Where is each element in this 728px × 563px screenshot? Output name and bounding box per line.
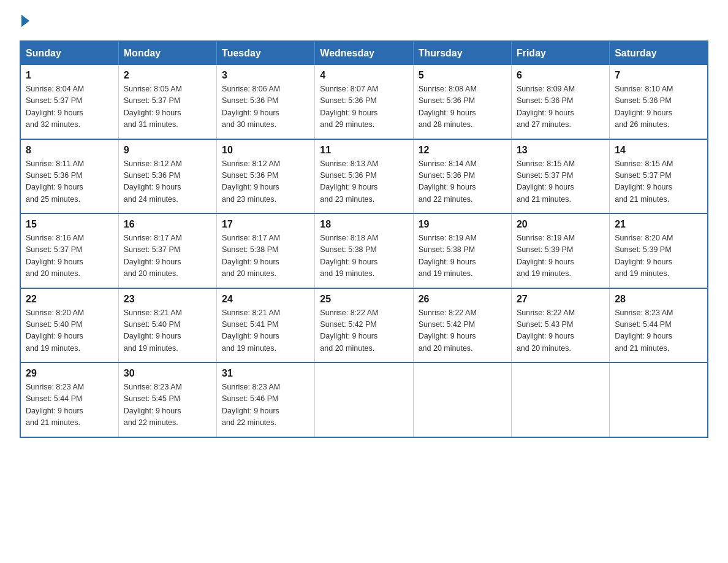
- calendar-cell: 21 Sunrise: 8:20 AMSunset: 5:39 PMDaylig…: [610, 213, 708, 288]
- day-info: Sunrise: 8:21 AMSunset: 5:41 PMDaylight:…: [222, 308, 280, 353]
- calendar-cell: 29 Sunrise: 8:23 AMSunset: 5:44 PMDaylig…: [20, 362, 118, 437]
- day-number: 4: [320, 70, 408, 81]
- calendar-cell: 3 Sunrise: 8:06 AMSunset: 5:36 PMDayligh…: [217, 65, 315, 139]
- day-info: Sunrise: 8:14 AMSunset: 5:36 PMDaylight:…: [419, 159, 477, 204]
- calendar-cell: 17 Sunrise: 8:17 AMSunset: 5:38 PMDaylig…: [217, 213, 315, 288]
- calendar-cell: 6 Sunrise: 8:09 AMSunset: 5:36 PMDayligh…: [511, 65, 609, 139]
- day-info: Sunrise: 8:09 AMSunset: 5:36 PMDaylight:…: [517, 85, 575, 129]
- calendar-cell: 16 Sunrise: 8:17 AMSunset: 5:37 PMDaylig…: [118, 213, 216, 288]
- weekday-header-thursday: Thursday: [413, 41, 511, 65]
- day-number: 17: [222, 219, 309, 230]
- day-number: 18: [320, 219, 408, 230]
- day-number: 15: [26, 219, 113, 230]
- day-number: 28: [615, 294, 702, 305]
- calendar-cell: 28 Sunrise: 8:23 AMSunset: 5:44 PMDaylig…: [610, 288, 708, 363]
- day-info: Sunrise: 8:22 AMSunset: 5:42 PMDaylight:…: [419, 308, 477, 353]
- day-info: Sunrise: 8:12 AMSunset: 5:36 PMDaylight:…: [222, 159, 280, 204]
- day-info: Sunrise: 8:19 AMSunset: 5:39 PMDaylight:…: [517, 234, 575, 278]
- day-info: Sunrise: 8:13 AMSunset: 5:36 PMDaylight:…: [320, 159, 378, 204]
- day-info: Sunrise: 8:18 AMSunset: 5:38 PMDaylight:…: [320, 234, 378, 278]
- day-info: Sunrise: 8:23 AMSunset: 5:45 PMDaylight:…: [124, 383, 182, 427]
- calendar-cell: 8 Sunrise: 8:11 AMSunset: 5:36 PMDayligh…: [20, 139, 118, 214]
- calendar-cell: 12 Sunrise: 8:14 AMSunset: 5:36 PMDaylig…: [413, 139, 511, 214]
- logo-chevron-icon: [21, 15, 29, 27]
- calendar-cell: 24 Sunrise: 8:21 AMSunset: 5:41 PMDaylig…: [217, 288, 315, 363]
- calendar-cell: 2 Sunrise: 8:05 AMSunset: 5:37 PMDayligh…: [118, 65, 216, 139]
- day-info: Sunrise: 8:11 AMSunset: 5:36 PMDaylight:…: [26, 159, 84, 204]
- day-number: 11: [320, 145, 408, 156]
- day-number: 22: [26, 294, 113, 305]
- weekday-header-row: SundayMondayTuesdayWednesdayThursdayFrid…: [20, 41, 708, 65]
- calendar-cell: 1 Sunrise: 8:04 AMSunset: 5:37 PMDayligh…: [20, 65, 118, 139]
- calendar-cell: 26 Sunrise: 8:22 AMSunset: 5:42 PMDaylig…: [413, 288, 511, 363]
- weekday-header-monday: Monday: [118, 41, 216, 65]
- weekday-header-sunday: Sunday: [20, 41, 118, 65]
- day-number: 26: [419, 294, 506, 305]
- day-number: 1: [26, 70, 113, 81]
- day-info: Sunrise: 8:12 AMSunset: 5:36 PMDaylight:…: [124, 159, 182, 204]
- calendar-week-row: 15 Sunrise: 8:16 AMSunset: 5:37 PMDaylig…: [20, 213, 708, 288]
- day-info: Sunrise: 8:22 AMSunset: 5:43 PMDaylight:…: [517, 308, 575, 353]
- day-number: 16: [124, 219, 211, 230]
- calendar-table: SundayMondayTuesdayWednesdayThursdayFrid…: [20, 40, 708, 438]
- calendar-cell: 15 Sunrise: 8:16 AMSunset: 5:37 PMDaylig…: [20, 213, 118, 288]
- calendar-cell: [315, 362, 413, 437]
- calendar-cell: 22 Sunrise: 8:20 AMSunset: 5:40 PMDaylig…: [20, 288, 118, 363]
- calendar-cell: 23 Sunrise: 8:21 AMSunset: 5:40 PMDaylig…: [118, 288, 216, 363]
- day-info: Sunrise: 8:06 AMSunset: 5:36 PMDaylight:…: [222, 85, 280, 129]
- day-info: Sunrise: 8:07 AMSunset: 5:36 PMDaylight:…: [320, 85, 378, 129]
- day-info: Sunrise: 8:23 AMSunset: 5:46 PMDaylight:…: [222, 383, 280, 427]
- day-number: 20: [517, 219, 604, 230]
- calendar-cell: 31 Sunrise: 8:23 AMSunset: 5:46 PMDaylig…: [217, 362, 315, 437]
- day-number: 7: [615, 70, 702, 81]
- logo: [20, 15, 29, 28]
- calendar-week-row: 1 Sunrise: 8:04 AMSunset: 5:37 PMDayligh…: [20, 65, 708, 139]
- calendar-cell: 4 Sunrise: 8:07 AMSunset: 5:36 PMDayligh…: [315, 65, 413, 139]
- day-number: 14: [615, 145, 702, 156]
- day-number: 30: [124, 368, 211, 379]
- day-number: 9: [124, 145, 211, 156]
- day-number: 31: [222, 368, 309, 379]
- day-info: Sunrise: 8:08 AMSunset: 5:36 PMDaylight:…: [419, 85, 477, 129]
- day-number: 5: [419, 70, 506, 81]
- page-header: [20, 15, 708, 28]
- day-number: 6: [517, 70, 604, 81]
- day-number: 27: [517, 294, 604, 305]
- calendar-cell: 27 Sunrise: 8:22 AMSunset: 5:43 PMDaylig…: [511, 288, 609, 363]
- day-info: Sunrise: 8:21 AMSunset: 5:40 PMDaylight:…: [124, 308, 182, 353]
- calendar-cell: [413, 362, 511, 437]
- day-number: 25: [320, 294, 408, 305]
- day-number: 24: [222, 294, 309, 305]
- calendar-cell: 18 Sunrise: 8:18 AMSunset: 5:38 PMDaylig…: [315, 213, 413, 288]
- calendar-cell: 14 Sunrise: 8:15 AMSunset: 5:37 PMDaylig…: [610, 139, 708, 214]
- day-number: 2: [124, 70, 211, 81]
- day-info: Sunrise: 8:04 AMSunset: 5:37 PMDaylight:…: [26, 85, 84, 129]
- weekday-header-friday: Friday: [511, 41, 609, 65]
- calendar-cell: 30 Sunrise: 8:23 AMSunset: 5:45 PMDaylig…: [118, 362, 216, 437]
- calendar-cell: 25 Sunrise: 8:22 AMSunset: 5:42 PMDaylig…: [315, 288, 413, 363]
- day-number: 10: [222, 145, 309, 156]
- weekday-header-saturday: Saturday: [610, 41, 708, 65]
- calendar-cell: 11 Sunrise: 8:13 AMSunset: 5:36 PMDaylig…: [315, 139, 413, 214]
- day-number: 29: [26, 368, 113, 379]
- day-number: 21: [615, 219, 702, 230]
- day-info: Sunrise: 8:15 AMSunset: 5:37 PMDaylight:…: [517, 159, 575, 204]
- day-number: 8: [26, 145, 113, 156]
- day-info: Sunrise: 8:20 AMSunset: 5:39 PMDaylight:…: [615, 234, 673, 278]
- calendar-cell: 20 Sunrise: 8:19 AMSunset: 5:39 PMDaylig…: [511, 213, 609, 288]
- day-info: Sunrise: 8:15 AMSunset: 5:37 PMDaylight:…: [615, 159, 673, 204]
- day-number: 3: [222, 70, 309, 81]
- day-info: Sunrise: 8:17 AMSunset: 5:38 PMDaylight:…: [222, 234, 280, 278]
- calendar-week-row: 8 Sunrise: 8:11 AMSunset: 5:36 PMDayligh…: [20, 139, 708, 214]
- calendar-cell: 9 Sunrise: 8:12 AMSunset: 5:36 PMDayligh…: [118, 139, 216, 214]
- calendar-cell: [610, 362, 708, 437]
- calendar-cell: 5 Sunrise: 8:08 AMSunset: 5:36 PMDayligh…: [413, 65, 511, 139]
- day-info: Sunrise: 8:19 AMSunset: 5:38 PMDaylight:…: [419, 234, 477, 278]
- calendar-cell: 10 Sunrise: 8:12 AMSunset: 5:36 PMDaylig…: [217, 139, 315, 214]
- calendar-cell: [511, 362, 609, 437]
- calendar-week-row: 29 Sunrise: 8:23 AMSunset: 5:44 PMDaylig…: [20, 362, 708, 437]
- calendar-cell: 19 Sunrise: 8:19 AMSunset: 5:38 PMDaylig…: [413, 213, 511, 288]
- weekday-header-tuesday: Tuesday: [217, 41, 315, 65]
- day-number: 12: [419, 145, 506, 156]
- calendar-cell: 13 Sunrise: 8:15 AMSunset: 5:37 PMDaylig…: [511, 139, 609, 214]
